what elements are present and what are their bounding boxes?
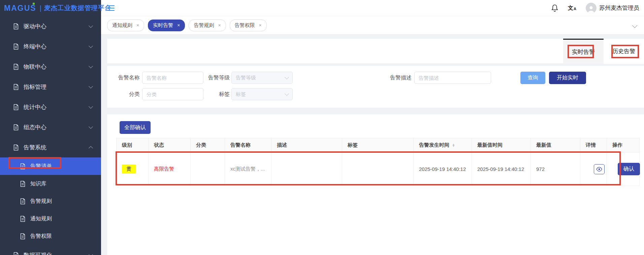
start-realtime-button[interactable]: 开始实时	[549, 72, 586, 84]
document-icon	[13, 84, 19, 90]
close-icon[interactable]: ×	[218, 23, 221, 28]
cell-occur-time: 2025-09-19 14:40:12	[414, 152, 472, 186]
chevron-down-icon	[89, 64, 93, 68]
translate-icon[interactable]: 文A	[568, 5, 576, 11]
sidebar-subitem-0[interactable]: 告警清单	[0, 157, 101, 175]
cell-level: 黄	[117, 152, 149, 186]
close-icon[interactable]: ×	[136, 23, 139, 28]
tag-placeholder: 标签	[236, 91, 285, 98]
document-icon	[20, 216, 26, 222]
column-header-label: 操作	[612, 142, 639, 148]
close-icon[interactable]: ×	[259, 23, 262, 28]
tab-chip-2[interactable]: 告警规则×	[189, 20, 226, 31]
column-header-label: 标签	[348, 142, 413, 148]
column-header-7: 最新值时间	[472, 138, 531, 152]
user-name: 苏州麦杰管理员	[599, 4, 639, 12]
tab-chip-label: 通知规则	[112, 22, 132, 29]
document-icon	[13, 64, 19, 70]
column-header-label: 告警发生时间▲▼	[419, 142, 472, 148]
open-tabs-bar: 通知规则×实时告警×告警规则×告警权限×	[101, 16, 644, 35]
logo-divider: |	[40, 4, 41, 12]
column-header-2: 分类	[191, 138, 225, 152]
sidebar-subitem-1[interactable]: 知识库	[0, 175, 101, 192]
category-input[interactable]	[142, 88, 203, 100]
document-icon	[20, 163, 26, 170]
sidebar-item-label: 数据可视化	[24, 251, 89, 255]
cell-latest-value: 972	[531, 152, 580, 186]
cell-detail	[580, 152, 607, 186]
query-button[interactable]: 查询	[520, 72, 545, 84]
document-icon	[20, 181, 26, 187]
caret-up-down-icon[interactable]: ▲▼	[452, 144, 455, 147]
tab-chip-0[interactable]: 通知规则×	[107, 20, 144, 31]
alarm-name-text: xc测试告警，...	[230, 166, 265, 172]
view-tabs-card: 实时告警历史告警	[107, 39, 644, 64]
close-icon[interactable]: ×	[177, 23, 180, 28]
level-badge: 黄	[122, 165, 136, 174]
sidebar-subitem-label: 告警权限	[30, 233, 92, 240]
alarm-level-select[interactable]: 告警等级	[231, 72, 293, 84]
column-header-5: 标签	[342, 138, 414, 152]
cell-tags	[342, 152, 414, 186]
alarm-desc-input[interactable]	[414, 72, 491, 84]
column-header-label: 最新值	[536, 142, 580, 148]
view-tabs: 实时告警历史告警	[563, 39, 644, 64]
sidebar-subitem-label: 告警规则	[30, 198, 92, 205]
confirm-all-button[interactable]: 全部确认	[120, 121, 151, 134]
table-header-row: 级别状态分类告警名称描述标签告警发生时间▲▼最新值时间最新值详情操作	[117, 138, 640, 152]
document-icon	[20, 233, 26, 240]
view-tab-0[interactable]: 实时告警	[563, 39, 604, 64]
sidebar-subitem-4[interactable]: 告警权限	[0, 227, 101, 245]
sidebar-item-1[interactable]: 终端中心	[0, 36, 101, 57]
sidebar-subitem-2[interactable]: 告警规则	[0, 192, 101, 210]
view-tab-1[interactable]: 历史告警	[604, 39, 644, 64]
sidebar-item-7[interactable]: 数据可视化	[0, 245, 101, 255]
brand-logo-text: MAGUS	[4, 4, 36, 13]
bell-icon[interactable]	[551, 4, 558, 12]
tag-label: 标签	[203, 88, 230, 100]
sidebar-item-6[interactable]: 告警系统	[0, 137, 101, 157]
column-header-label: 告警名称	[230, 142, 271, 148]
topbar: 文A 苏州麦杰管理员	[101, 0, 644, 16]
tab-chip-label: 告警权限	[235, 22, 255, 29]
tag-select[interactable]: 标签	[231, 88, 293, 100]
sidebar-item-label: 组态中心	[24, 123, 89, 131]
confirm-button[interactable]: 确认	[618, 163, 640, 175]
tab-chip-1[interactable]: 实时告警×	[148, 20, 185, 31]
sidebar-item-2[interactable]: 物联中心	[0, 57, 101, 77]
document-icon	[13, 252, 19, 255]
sidebar-item-label: 终端中心	[24, 43, 89, 50]
sidebar-item-label: 驱动中心	[24, 23, 89, 30]
tab-chip-3[interactable]: 告警权限×	[230, 20, 267, 31]
logo: MAGUS | 麦杰工业数据管理平台	[0, 0, 101, 16]
content-area: 实时告警历史告警 告警名称 告警等级 告警等级 告警描述 查询 开始实时 分类 …	[101, 35, 644, 255]
sidebar-subitem-3[interactable]: 通知规则	[0, 210, 101, 227]
tab-chip-label: 实时告警	[153, 22, 173, 29]
sidebar-item-0[interactable]: 驱动中心	[0, 16, 101, 36]
alarm-name-label: 告警名称	[107, 72, 140, 84]
chevron-down-icon	[89, 24, 93, 28]
user-menu[interactable]: 苏州麦杰管理员	[586, 3, 639, 13]
eye-icon[interactable]	[594, 164, 605, 174]
column-header-9: 详情	[580, 138, 607, 152]
column-header-label: 详情	[586, 142, 607, 148]
sidebar-item-label: 告警系统	[24, 144, 89, 151]
chevron-down-icon	[89, 44, 93, 48]
sidebar-subitem-label: 通知规则	[30, 215, 92, 222]
chevron-down-icon	[89, 84, 93, 88]
alarm-level-label: 告警等级	[203, 72, 230, 84]
column-header-6[interactable]: 告警发生时间▲▼	[414, 138, 472, 152]
sidebar-item-3[interactable]: 指标管理	[0, 77, 101, 97]
cell-latest-time: 2025-09-19 14:40:12	[472, 152, 531, 186]
sidebar-item-label: 物联中心	[24, 63, 89, 71]
sidebar-item-4[interactable]: 统计中心	[0, 97, 101, 117]
cell-status: 高限告警	[149, 152, 191, 186]
chevron-down-icon[interactable]	[632, 23, 638, 28]
sidebar-item-5[interactable]: 组态中心	[0, 117, 101, 137]
chevron-down-icon	[285, 92, 289, 96]
brand-green-dot	[33, 3, 35, 5]
document-icon	[20, 198, 26, 205]
document-icon	[13, 104, 19, 110]
alarm-desc-label: 告警描述	[385, 72, 412, 84]
alarm-name-input[interactable]	[142, 72, 203, 84]
